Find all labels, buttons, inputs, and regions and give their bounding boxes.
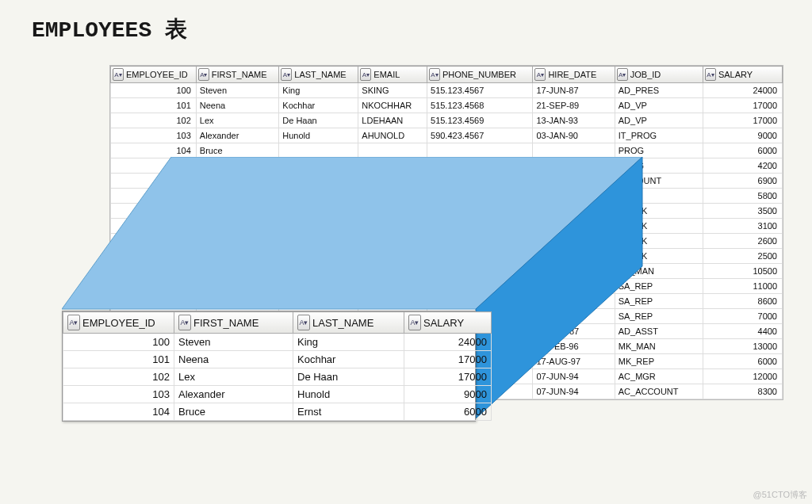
sort-icon[interactable]: A▾ — [67, 315, 80, 330]
subset-table: A▾EMPLOYEE_IDA▾FIRST_NAMEA▾LAST_NAMEA▾SA… — [62, 311, 476, 422]
table-row[interactable]: 10PROG4200 — [111, 158, 783, 174]
cell-sal: 6000 — [703, 354, 782, 369]
sort-icon[interactable]: A▾ — [297, 315, 310, 330]
table-row[interactable]: SA_MAN10500 — [111, 264, 783, 279]
table-row[interactable]: 100StevenKingSKING515.123.456717-JUN-87A… — [111, 83, 783, 98]
cell-sal: 6900 — [703, 174, 782, 189]
col-header-hire_date[interactable]: A▾HIRE_DATE — [533, 67, 615, 83]
cell-first: Alexander — [196, 128, 278, 143]
cell-id — [111, 189, 197, 204]
cell-sal: 2500 — [703, 249, 782, 264]
cell-sal: 13000 — [703, 339, 782, 354]
cell-first: Alexander — [174, 386, 293, 403]
col-label: PHONE_NUMBER — [442, 70, 516, 79]
cell-first — [196, 219, 278, 234]
col-label: SALARY — [423, 317, 464, 329]
cell-sal: 17000 — [404, 351, 492, 368]
col-header-last_name[interactable]: A▾LAST_NAME — [279, 67, 358, 83]
sort-icon[interactable]: A▾ — [429, 68, 440, 81]
col-header-salary[interactable]: A▾SALARY — [404, 312, 492, 334]
cell-sal: 11000 — [703, 279, 782, 294]
table-row[interactable]: 101NeenaKochhar17000 — [63, 351, 492, 368]
col-header-employee_id[interactable]: A▾EMPLOYEE_ID — [111, 67, 197, 83]
sort-icon[interactable]: A▾ — [705, 68, 716, 81]
sort-icon[interactable]: A▾ — [534, 68, 546, 81]
cell-last — [279, 174, 358, 189]
sort-icon[interactable]: A▾ — [408, 315, 421, 330]
col-header-first_name[interactable]: A▾FIRST_NAME — [174, 312, 293, 334]
table-row[interactable]: 101NeenaKochharNKOCHHAR515.123.456821-SE… — [111, 98, 783, 113]
cell-job: MAN — [615, 189, 703, 204]
cell-phone — [427, 143, 533, 158]
cell-first — [196, 174, 278, 189]
cell-phone: 515.123.4567 — [427, 83, 533, 98]
cell-job: MK_MAN — [615, 339, 703, 354]
cell-hire: 13-JAN-93 — [533, 113, 615, 128]
sort-icon[interactable]: A▾ — [198, 68, 209, 81]
cell-first: Steven — [196, 83, 278, 98]
sort-icon[interactable]: A▾ — [281, 68, 292, 81]
cell-sal: 10500 — [703, 264, 782, 279]
col-header-employee_id[interactable]: A▾EMPLOYEE_ID — [63, 312, 174, 334]
cell-id: 101 — [111, 98, 197, 113]
table-row[interactable]: CLERK3100 — [111, 219, 783, 234]
cell-job: CLERK — [615, 249, 703, 264]
cell-sal: 8600 — [703, 294, 782, 309]
cell-phone — [427, 234, 533, 249]
cell-sal: 9000 — [703, 128, 782, 143]
sort-icon[interactable]: A▾ — [178, 315, 191, 330]
cell-hire — [533, 158, 615, 174]
cell-first — [196, 279, 278, 294]
cell-last — [279, 234, 358, 249]
sort-icon[interactable]: A▾ — [113, 68, 124, 81]
sort-icon[interactable]: A▾ — [360, 68, 371, 81]
cell-phone — [427, 158, 533, 174]
table-row[interactable]: 102LexDe HaanLDEHAAN515.123.456913-JAN-9… — [111, 113, 783, 128]
table-row[interactable]: CLERK2600 — [111, 234, 783, 249]
cell-first — [196, 234, 278, 249]
cell-phone — [427, 279, 533, 294]
table-row[interactable]: 103AlexanderHunoldAHUNOLD590.423.456703-… — [111, 128, 783, 143]
cell-last: De Haan — [279, 113, 358, 128]
col-header-salary[interactable]: A▾SALARY — [703, 67, 782, 83]
table-row[interactable]: ACCOUNT6900 — [111, 174, 783, 189]
cell-job: AD_ASST — [615, 324, 703, 339]
cell-sal: 17000 — [703, 98, 782, 113]
table-row[interactable]: R-98SA_REP8600 — [111, 294, 783, 309]
cell-phone — [427, 249, 533, 264]
cell-email — [358, 143, 427, 158]
table-row[interactable]: CLERK3500 — [111, 204, 783, 219]
cell-last: Hunold — [293, 386, 404, 403]
cell-hire: R-98 — [533, 294, 615, 309]
table-row[interactable]: SA_REP11000 — [111, 279, 783, 294]
col-header-phone_number[interactable]: A▾PHONE_NUMBER — [427, 67, 533, 83]
col-header-last_name[interactable]: A▾LAST_NAME — [293, 312, 404, 334]
cell-job: AD_VP — [615, 98, 703, 113]
cell-email — [358, 249, 427, 264]
cell-last — [279, 204, 358, 219]
sort-icon[interactable]: A▾ — [617, 68, 628, 81]
cell-sal: 7000 — [703, 309, 782, 324]
col-header-job_id[interactable]: A▾JOB_ID — [615, 67, 703, 83]
cell-id: 104 — [63, 403, 174, 421]
cell-id: 10 — [111, 158, 197, 174]
table-row[interactable]: 104BruceErnst6000 — [63, 403, 492, 421]
col-header-first_name[interactable]: A▾FIRST_NAME — [196, 67, 278, 83]
cell-phone: 515.123.4568 — [427, 98, 533, 113]
cell-job: ACCOUNT — [615, 174, 703, 189]
cell-sal: 6000 — [404, 403, 492, 421]
table-row[interactable]: MAN5800 — [111, 189, 783, 204]
table-row[interactable]: 103AlexanderHunold9000 — [63, 386, 492, 403]
table-row[interactable]: CLERK2500 — [111, 249, 783, 264]
cell-last — [279, 249, 358, 264]
cell-phone: 590.423.4567 — [427, 128, 533, 143]
table-row[interactable]: 100StevenKing24000 — [63, 334, 492, 351]
cell-email — [358, 189, 427, 204]
table-row[interactable]: 102LexDe Haan17000 — [63, 368, 492, 386]
cell-last: Kochhar — [293, 351, 404, 368]
col-header-email[interactable]: A▾EMAIL — [358, 67, 427, 83]
table-row[interactable]: 104BrucePROG6000 — [111, 143, 783, 158]
col-label: EMAIL — [373, 70, 400, 79]
cell-hire: 17-SEP-87 — [533, 324, 615, 339]
cell-hire — [533, 204, 615, 219]
